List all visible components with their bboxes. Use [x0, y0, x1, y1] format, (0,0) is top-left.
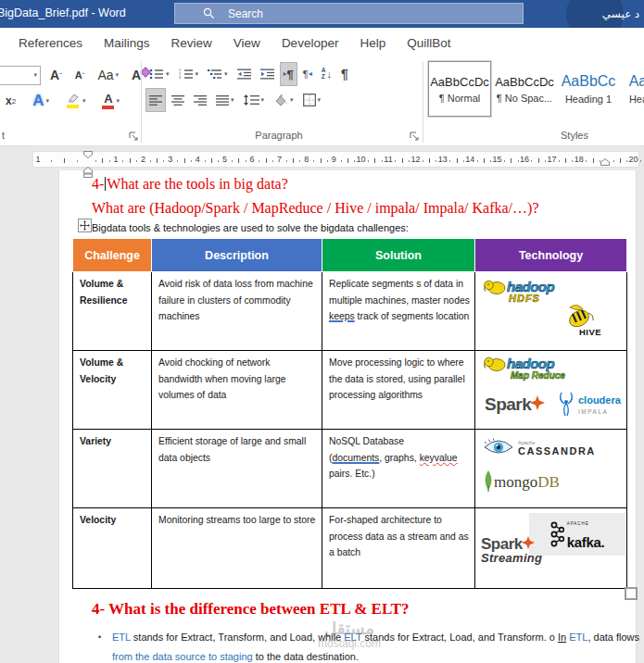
- table-row: Velocity Monitoring streams too large to…: [73, 508, 627, 589]
- cell-challenge[interactable]: Variety: [73, 430, 152, 508]
- spark-logo[interactable]: Spark: [485, 395, 545, 413]
- chevron-down-icon: ▾: [196, 70, 199, 78]
- sort-button[interactable]: AZ↓: [318, 62, 335, 86]
- align-left-button[interactable]: [145, 88, 166, 112]
- change-case-button[interactable]: Aa▾: [94, 63, 122, 87]
- intro-text[interactable]: Bigdata tools & technologies are used to…: [92, 222, 409, 233]
- cell-solution[interactable]: Replicate segments s of data inmultiple …: [322, 272, 475, 351]
- align-right-icon: [194, 95, 207, 106]
- multilevel-list-icon: [208, 69, 222, 80]
- heading-tools[interactable]: 4-What are the tools in big data?: [92, 176, 288, 193]
- tab-help[interactable]: Help: [358, 34, 387, 52]
- chevron-down-icon: ▾: [231, 96, 234, 104]
- chevron-down-icon: ▾: [166, 70, 170, 78]
- bigdata-table[interactable]: Challenge Description Solution Technolog…: [72, 238, 627, 589]
- line-spacing-button[interactable]: ▾: [240, 88, 269, 112]
- document-page[interactable]: مستقل mostaql.com 4-What are the tools i…: [58, 170, 637, 663]
- cassandra-eye-icon: [483, 438, 514, 457]
- header-solution[interactable]: Solution: [322, 239, 475, 272]
- cell-technology[interactable]: hadoop HDFS HIVE: [475, 272, 627, 351]
- hadoop-elephant-icon: [483, 355, 507, 372]
- decrease-indent-button[interactable]: [234, 62, 255, 86]
- table-move-handle[interactable]: [78, 219, 92, 232]
- cell-solution[interactable]: Move processing logic to wherethe data i…: [322, 351, 475, 430]
- tab-quillbot[interactable]: QuillBot: [405, 34, 452, 52]
- first-line-indent-marker[interactable]: [83, 151, 93, 158]
- account-name[interactable]: د عيسي: [602, 7, 639, 20]
- table-row: Volume &Resilience Avoid risk of data lo…: [73, 272, 627, 351]
- right-indent-marker[interactable]: [600, 158, 610, 166]
- shrink-font-button[interactable]: Aˇ: [71, 63, 89, 87]
- cell-challenge[interactable]: Volume &Velocity: [73, 351, 152, 430]
- mongodb-logo[interactable]: mongoDB: [483, 470, 560, 493]
- font-color-button[interactable]: A ▾: [98, 89, 123, 113]
- cell-solution[interactable]: NoSQL Database(documents, graphs, keyval…: [322, 430, 475, 508]
- cell-description[interactable]: Avoid chocking of networkbandwidth when …: [152, 351, 322, 430]
- paragraph-dialog-launcher[interactable]: [409, 131, 420, 142]
- grow-font-button[interactable]: Aˆ: [46, 63, 66, 87]
- cloudera-impala-logo[interactable]: cloudera IMPALA: [557, 392, 621, 419]
- style-heading1[interactable]: AaBbCc Heading 1: [557, 61, 620, 117]
- cell-challenge[interactable]: Velocity: [73, 508, 152, 589]
- font-size-combo[interactable]: ▾: [0, 66, 41, 85]
- cell-solution[interactable]: For-shaped architecture toprocess data a…: [322, 508, 475, 589]
- cell-technology[interactable]: hadoop Map Reduce Spark: [475, 351, 627, 430]
- hadoop-hdfs-logo[interactable]: hadoop HDFS: [483, 278, 554, 304]
- etl-paragraph[interactable]: ETL stands for Extract, Transform, and L…: [112, 628, 644, 663]
- spark-star-icon: [522, 536, 535, 549]
- ltr-text-direction-button[interactable]: ▸¶: [280, 62, 297, 86]
- tab-references[interactable]: References: [17, 34, 84, 52]
- tab-view[interactable]: View: [232, 34, 262, 52]
- heading-etl[interactable]: 4- What is the difference between ETL & …: [92, 600, 410, 619]
- shading-button[interactable]: ▾: [270, 88, 297, 112]
- heading-tools-list[interactable]: What are (Hadoop/Spark / MapReduce / Hiv…: [92, 200, 539, 217]
- kafka-logo[interactable]: APACHE kafka.: [529, 513, 625, 556]
- rtl-text-direction-button[interactable]: ¶◂: [299, 62, 316, 86]
- cell-description[interactable]: Monitoring streams too large to store: [152, 508, 322, 589]
- table-resize-handle[interactable]: [625, 587, 638, 600]
- header-challenge[interactable]: Challenge: [73, 239, 152, 272]
- bullet-marker: •: [98, 628, 101, 647]
- chevron-down-icon: ▾: [116, 97, 120, 105]
- cassandra-logo[interactable]: Apache CASSANDRA: [483, 437, 596, 457]
- text-effects-button[interactable]: A▾: [29, 89, 53, 113]
- header-technology[interactable]: Technology: [475, 239, 627, 272]
- superscript-button[interactable]: x2: [2, 89, 19, 113]
- cell-challenge[interactable]: Volume &Resilience: [73, 272, 152, 351]
- tab-review[interactable]: Review: [170, 34, 214, 52]
- cell-description[interactable]: Efficient storage of large and smalldata…: [152, 430, 322, 508]
- hive-logo[interactable]: HIVE: [561, 302, 601, 337]
- show-hide-pilcrow-button[interactable]: ¶: [337, 62, 352, 86]
- search-icon: [203, 7, 215, 19]
- multilevel-list-button[interactable]: ▾: [204, 62, 232, 86]
- cell-description[interactable]: Avoid risk of data loss from machinefail…: [152, 272, 322, 351]
- hadoop-mapreduce-logo[interactable]: hadoop Map Reduce: [483, 355, 565, 381]
- font-dialog-launcher[interactable]: [128, 131, 139, 142]
- hanging-indent-marker[interactable]: [83, 167, 93, 178]
- spark-streaming-logo[interactable]: Spark Streaming: [481, 536, 542, 564]
- highlight-color-button[interactable]: ▾: [62, 89, 90, 113]
- align-right-button[interactable]: [190, 88, 210, 112]
- search-input[interactable]: Search: [174, 3, 524, 24]
- borders-button[interactable]: ▾: [299, 88, 325, 112]
- chevron-down-icon: ▾: [261, 96, 265, 104]
- numbering-button[interactable]: 1 2 3 ▾: [175, 62, 203, 86]
- style-heading2[interactable]: AaBbC Heading 2: [621, 61, 644, 117]
- header-description[interactable]: Description: [152, 239, 322, 272]
- ruler[interactable]: 112345678910111213141516171820: [0, 148, 644, 170]
- cell-technology[interactable]: Apache CASSANDRA mongoDB: [475, 430, 627, 508]
- align-center-button[interactable]: [168, 88, 188, 112]
- bullets-button[interactable]: ▾: [145, 62, 173, 86]
- highlight-bar: [67, 105, 79, 108]
- search-placeholder: Search: [228, 7, 263, 20]
- group-divider: [423, 61, 423, 143]
- font-color-bar: [102, 106, 114, 109]
- ruler-strip[interactable]: 112345678910111213141516171820: [32, 151, 639, 168]
- style-no-spacing[interactable]: AaBbCcDc ¶ No Spac...: [493, 61, 556, 117]
- justify-button[interactable]: ▾: [212, 88, 238, 112]
- cell-technology[interactable]: APACHE kafka. Spark Streaming: [475, 508, 627, 589]
- tab-developer[interactable]: Developer: [280, 34, 341, 52]
- increase-indent-button[interactable]: [257, 62, 278, 86]
- tab-mailings[interactable]: Mailings: [102, 34, 152, 52]
- style-normal[interactable]: AaBbCcDc ¶ Normal: [428, 61, 491, 117]
